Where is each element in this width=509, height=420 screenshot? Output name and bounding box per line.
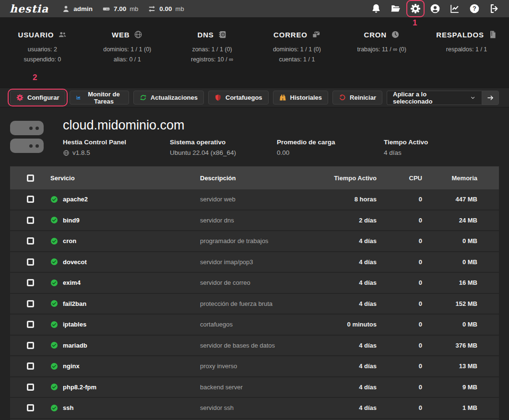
row-checkbox[interactable] [27,279,34,286]
row-checkbox[interactable] [27,196,34,203]
bell-icon [371,3,381,14]
folder-icon [391,3,401,14]
select-all-checkbox[interactable] [27,175,34,182]
user-icon [62,5,70,13]
apply-submit-button[interactable] [482,91,499,105]
service-memory: 9 MB [422,384,499,391]
chart-line-icon [450,3,460,14]
row-checkbox[interactable] [27,300,34,307]
stat-label: CRON [364,31,387,39]
service-name: fail2ban [63,300,86,307]
arrow-right-icon [486,94,494,102]
service-cpu: 0 [377,300,422,307]
globe-icon [63,150,70,156]
shield-icon [214,94,222,101]
logout-icon [489,3,499,14]
load-value: 0.00 [277,149,289,156]
toolbar-button-cortafuegos[interactable]: Cortafuegos [208,91,269,105]
stat-value: registros: 10 / ∞ [170,55,255,65]
annotation-step-1: 1 [413,18,417,28]
panel-label: Hestia Control Panel [63,139,170,146]
stat-link-usuario[interactable]: USUARIO [0,30,85,39]
row-checkbox[interactable] [27,362,34,370]
apply-to-selected-select[interactable]: Aplicar a lo seleccionado [387,91,482,105]
service-uptime: 4 días [307,279,377,286]
service-name: ssh [63,404,73,411]
service-memory: 152 MB [422,300,499,307]
chevron-down-icon [470,94,476,101]
service-memory: 447 MB [422,196,499,203]
archive-icon [488,30,497,39]
service-name: php8.2-fpm [63,384,96,391]
logged-in-user[interactable]: admin [62,5,93,13]
row-checkbox[interactable] [27,237,34,245]
service-memory: 376 MB [422,342,499,349]
status-ok-icon [50,362,58,370]
services-table: Servicio Descripción Tiempo Activo CPU M… [10,166,499,419]
service-memory: 0 MB [422,321,499,328]
service-uptime: 4 días [307,384,377,391]
topbar-action-bell[interactable] [371,3,381,14]
stat-link-correo[interactable]: CORREO [254,30,339,39]
stat-label: RESPALDOS [436,31,484,39]
stat-label: WEB [112,31,130,39]
topbar-action-gear[interactable] [410,3,421,14]
row-checkbox[interactable] [27,384,34,391]
toolbar-button-reiniciar[interactable]: Reiniciar [332,91,382,105]
stat-correo: CORREO dominios: 1 / 1 (0)cuentas: 1 / 1 [254,30,339,88]
stat-link-dns[interactable]: DNS [170,30,255,39]
stat-usuario: USUARIO usuarios: 2suspendido: 0 [0,30,85,88]
stat-link-respaldos[interactable]: RESPALDOS [424,30,509,39]
service-description: backend server [200,384,307,391]
table-header-row: Servicio Descripción Tiempo Activo CPU M… [10,166,499,189]
topbar-action-logout[interactable] [489,3,499,14]
service-memory: 13 MB [422,362,499,370]
stat-link-cron[interactable]: CRON [339,30,424,39]
toolbar-button-actualizaciones[interactable]: Actualizaciones [133,91,204,105]
toolbar-button-historiales[interactable]: Historiales [273,91,328,105]
service-description: protección de fuerza bruta [200,300,307,307]
stat-link-web[interactable]: WEB [85,30,170,39]
status-ok-icon [50,404,58,412]
table-row: php8.2-fpm backend server 4 días 0 9 MB [10,377,499,398]
service-uptime: 4 días [307,300,377,307]
service-description: servidor imap/pop3 [200,258,307,266]
service-name: cron [63,237,76,245]
user-circle-icon [430,3,440,14]
toolbar-button-configurar[interactable]: Configurar [10,91,65,105]
service-memory: 16 MB [422,279,499,286]
stat-label: CORREO [273,31,308,39]
service-cpu: 0 [377,321,422,328]
row-checkbox[interactable] [27,321,34,328]
row-checkbox[interactable] [27,258,34,266]
table-row: cron programador de trabajos 4 días 0 0 … [10,231,499,252]
stat-value: dominios: 1 / 1 (0) [254,45,339,55]
hestia-logo[interactable]: hestia [10,2,48,15]
server-hostname: cloud.midominio.com [63,118,499,133]
topbar-action-help[interactable]: ? [469,3,480,14]
row-checkbox[interactable] [27,404,34,411]
row-checkbox[interactable] [27,217,34,224]
table-row: exim4 servidor de correo 4 días 0 16 MB [10,273,499,294]
status-ok-icon [50,237,58,245]
table-row: bind9 servidor dns 2 días 0 24 MB [10,210,499,232]
topbar-action-folder[interactable] [391,3,401,14]
topbar-action-chart-line[interactable] [450,3,460,14]
server-icon [10,118,44,166]
topbar-action-user-circle[interactable] [430,3,440,14]
service-name: iptables [63,321,86,328]
binoculars-icon [279,94,286,101]
row-checkbox[interactable] [27,342,34,349]
server-toolbar: Configurar Monitor de Tareas Actualizaci… [0,88,509,107]
service-uptime: 2 días [307,217,377,224]
stat-cron: CRON trabajos: 11 / ∞ (0) [339,30,424,88]
status-ok-icon [50,383,58,391]
chart-area-icon [76,94,81,101]
uptime-value: 4 días [384,149,402,156]
toolbar-button-label: Configurar [27,94,59,101]
service-uptime: 4 días [307,258,377,266]
toolbar-button-monitor-de-tareas[interactable]: Monitor de Tareas [70,91,129,105]
col-header-uptime: Tiempo Activo [307,175,377,182]
service-name: apache2 [63,196,88,203]
metric-value: 0.00 [159,5,172,12]
